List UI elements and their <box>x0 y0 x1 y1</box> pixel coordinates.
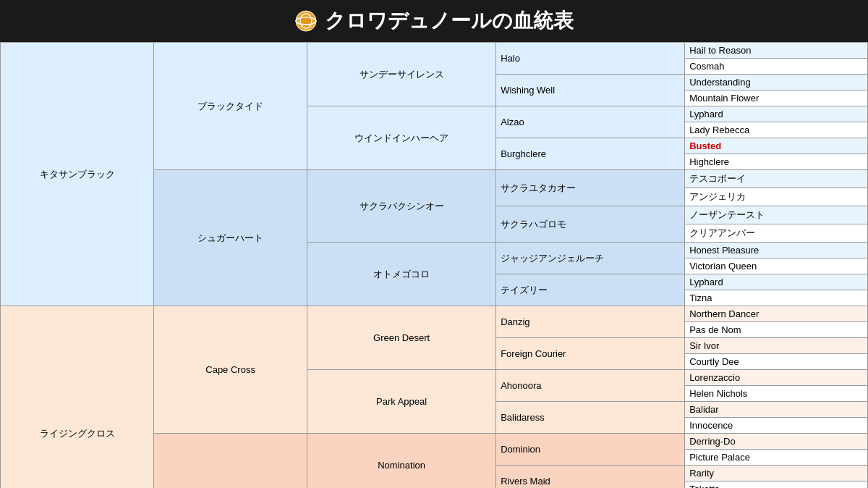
table-row: ライジングクロス Cape Cross Green Desert Danzig … <box>1 306 868 322</box>
cell-helen-nichols: Helen Nichols <box>685 386 868 402</box>
cell-park-appeal: Park Appeal <box>307 370 496 434</box>
cell-northern-dancer: Northern Dancer <box>685 306 868 322</box>
cell-takette: Takette <box>685 481 868 489</box>
cell-sir-ivor: Sir Ivor <box>685 338 868 354</box>
cell-ahonoora: Ahonoora <box>496 370 685 402</box>
cell-green-desert: Green Desert <box>307 306 496 370</box>
cell-tizna: Tizna <box>685 290 868 306</box>
cell-clear-amber: クリアアンバー <box>685 224 868 243</box>
cell-innocence: Innocence <box>685 418 868 434</box>
cell-hail-to-reason: Hail to Reason <box>685 43 868 59</box>
cell-otome-gokoro: オトメゴコロ <box>307 243 496 306</box>
cell-judge-angelucci: ジャッジアンジェルーチ <box>496 243 685 274</box>
app-container: クロワデュノールの血統表 キタサンブラック ブラックタイド サンデーサイレンス … <box>0 0 868 488</box>
title-icon <box>294 9 318 33</box>
cell-pas-de-nom: Pas de Nom <box>685 322 868 338</box>
cell-blacktide: ブラックタイド <box>154 43 307 170</box>
cell-teizy: テイズリー <box>496 274 685 306</box>
cell-danzig: Danzig <box>496 306 685 338</box>
cell-halo: Halo <box>496 43 685 75</box>
cell-picture-palace: Picture Palace <box>685 450 868 466</box>
cell-lyphard: Lyphard <box>685 106 868 122</box>
cell-wishing-well: Wishing Well <box>496 75 685 106</box>
cell-angelica: アンジェリカ <box>685 188 868 206</box>
cell-burghclere: Burghclere <box>496 138 685 170</box>
pedigree-table: キタサンブラック ブラックタイド サンデーサイレンス Halo Hail to … <box>0 42 868 488</box>
cell-foreign-courier: Foreign Courier <box>496 338 685 370</box>
cell-honest-pleasure: Honest Pleasure <box>685 243 868 258</box>
cell-sakura-yutaka: サクラユタカオー <box>496 170 685 206</box>
cell-rising-cross: ライジングクロス <box>1 306 154 489</box>
cell-alzao: Alzao <box>496 106 685 138</box>
cell-balidaress: Balidaress <box>496 402 685 434</box>
cell-dominion: Dominion <box>496 434 685 466</box>
cell-balidar: Balidar <box>685 402 868 418</box>
cell-northern-taste: ノーザンテースト <box>685 206 868 224</box>
cell-cosmah: Cosmah <box>685 59 868 75</box>
cell-lady-rebecca: Lady Rebecca <box>685 122 868 138</box>
cell-tesco-boy: テスコボーイ <box>685 170 868 188</box>
cell-rarity: Rarity <box>685 466 868 481</box>
cell-sunday-silence: サンデーサイレンス <box>307 43 496 106</box>
cell-courtly-dee: Courtly Dee <box>685 354 868 370</box>
cell-understanding: Understanding <box>685 75 868 91</box>
cell-nomination: Nomination <box>307 434 496 489</box>
cell-mountain-flower: Mountain Flower <box>685 91 868 106</box>
cell-lorenzaccio: Lorenzaccio <box>685 370 868 386</box>
table-row: キタサンブラック ブラックタイド サンデーサイレンス Halo Hail to … <box>1 43 868 59</box>
cell-kitasan: キタサンブラック <box>1 43 154 306</box>
cell-busted-top: Busted <box>685 138 868 154</box>
cell-highclere: Highclere <box>685 154 868 170</box>
cell-sakura-hagoromo: サクラハゴロモ <box>496 206 685 243</box>
cell-wind-in-haar: ウインドインハーヘア <box>307 106 496 170</box>
cell-victorian-queen: Victorian Queen <box>685 258 868 274</box>
title-bar: クロワデュノールの血統表 <box>0 0 868 42</box>
page-title: クロワデュノールの血統表 <box>325 7 574 35</box>
cell-sugarheart: シュガーハート <box>154 170 307 306</box>
cell-lyphard2: Lyphard <box>685 274 868 290</box>
cell-cape-cross: Cape Cross <box>154 306 307 434</box>
cell-rivers-maid: Rivers Maid <box>496 466 685 489</box>
cell-woodrising: Woodrising <box>154 434 307 489</box>
cell-sakura-bakushin: サクラバクシンオー <box>307 170 496 243</box>
cell-derring-do: Derring-Do <box>685 434 868 450</box>
